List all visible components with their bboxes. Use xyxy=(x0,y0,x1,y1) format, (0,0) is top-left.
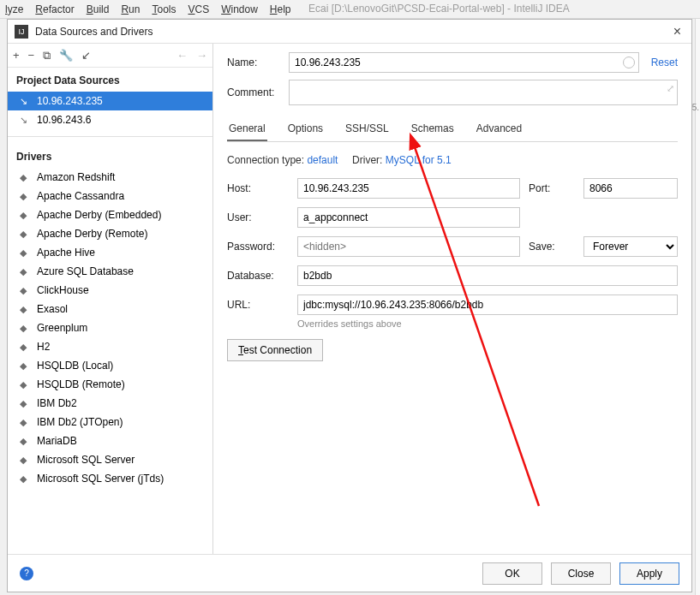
comment-input[interactable]: ⤢ xyxy=(289,80,678,105)
reset-link[interactable]: Reset xyxy=(651,57,678,68)
driver-label: Amazon Redshift xyxy=(37,171,115,183)
expand-icon[interactable]: ⤢ xyxy=(667,83,674,94)
datasource-label: 10.96.243.235 xyxy=(37,95,103,107)
driver-item[interactable]: ◆Apache Hive xyxy=(8,243,212,262)
color-circle-icon[interactable] xyxy=(623,57,635,68)
connection-line: Connection type: default Driver: MySQL f… xyxy=(227,154,678,166)
driver-item[interactable]: ◆Apache Derby (Remote) xyxy=(8,224,212,243)
close-icon[interactable]: × xyxy=(670,24,685,39)
gutter-number: 5. xyxy=(692,103,699,112)
name-label: Name: xyxy=(227,57,289,68)
driver-icon: ◆ xyxy=(16,379,30,390)
driver-label: Microsoft SQL Server (jTds) xyxy=(37,473,164,485)
apply-button[interactable]: Apply xyxy=(619,562,679,585)
save-label: Save: xyxy=(529,241,575,253)
menu-lyze[interactable]: lyze xyxy=(5,3,23,15)
driver-item[interactable]: ◆IBM Db2 (JTOpen) xyxy=(8,413,212,431)
remove-icon[interactable]: − xyxy=(28,49,35,62)
driver-label: Azure SQL Database xyxy=(37,265,134,277)
name-input[interactable] xyxy=(289,52,639,73)
driver-icon: ◆ xyxy=(16,323,30,334)
database-input[interactable] xyxy=(297,265,678,286)
driver-item[interactable]: ◆Microsoft SQL Server xyxy=(8,450,212,469)
driver-item[interactable]: ◆Azure SQL Database xyxy=(8,262,212,281)
datasource-item[interactable]: ↘10.96.243.6 xyxy=(8,110,212,129)
driver-item[interactable]: ◆ClickHouse xyxy=(8,281,212,300)
password-input[interactable] xyxy=(297,236,520,257)
driver-icon: ◆ xyxy=(16,191,30,202)
make-global-icon[interactable]: ↙ xyxy=(81,49,91,62)
ok-button[interactable]: OK xyxy=(482,562,542,585)
driver-item[interactable]: ◆HSQLDB (Local) xyxy=(8,356,212,375)
menu-help[interactable]: Help xyxy=(270,3,291,15)
tab-general[interactable]: General xyxy=(227,117,267,141)
driver-label: ClickHouse xyxy=(37,284,89,296)
datasource-icon: ↘ xyxy=(16,115,30,126)
tab-schemas[interactable]: Schemas xyxy=(410,117,456,141)
dialog-titlebar: IJ Data Sources and Drivers × xyxy=(8,20,691,44)
driver-icon: ◆ xyxy=(16,285,30,296)
copy-icon[interactable]: ⧉ xyxy=(43,49,51,62)
driver-icon: ◆ xyxy=(16,172,30,183)
driver-icon: ◆ xyxy=(16,210,30,221)
menu-window[interactable]: Window xyxy=(221,3,258,15)
dialog-footer: ? OK Close Apply xyxy=(8,554,691,592)
help-icon[interactable]: ? xyxy=(20,567,33,580)
driver-label: HSQLDB (Remote) xyxy=(37,378,125,390)
driver-label: MariaDB xyxy=(37,435,77,447)
test-connection-button[interactable]: Test Connection xyxy=(227,339,323,361)
driver-label: Apache Derby (Remote) xyxy=(37,228,147,240)
port-input[interactable] xyxy=(583,178,678,199)
left-pane: + − ⧉ 🔧 ↙ ← → Project Data Sources ↘10.9… xyxy=(8,44,213,554)
driver-item[interactable]: ◆H2 xyxy=(8,337,212,356)
forward-icon[interactable]: → xyxy=(196,49,207,62)
driver-item[interactable]: ◆Apache Cassandra xyxy=(8,187,212,205)
close-button[interactable]: Close xyxy=(551,562,611,585)
right-pane: Name: Reset Comment: ⤢ GeneralOptionsSSH… xyxy=(213,44,691,554)
left-toolbar: + − ⧉ 🔧 ↙ ← → xyxy=(8,44,212,68)
url-label: URL: xyxy=(227,299,289,311)
menu-run[interactable]: Run xyxy=(121,3,140,15)
driver-item[interactable]: ◆Apache Derby (Embedded) xyxy=(8,205,212,224)
driver-item[interactable]: ◆Exasol xyxy=(8,300,212,318)
driver-label: Apache Hive xyxy=(37,247,95,259)
url-hint: Overrides settings above xyxy=(297,318,520,329)
url-input[interactable] xyxy=(297,295,678,315)
add-icon[interactable]: + xyxy=(13,49,20,62)
back-icon[interactable]: ← xyxy=(176,49,188,62)
menu-tools[interactable]: Tools xyxy=(152,3,176,15)
driver-item[interactable]: ◆MariaDB xyxy=(8,431,212,450)
host-input[interactable] xyxy=(297,178,520,199)
sources-tree[interactable]: Project Data Sources ↘10.96.243.235↘10.9… xyxy=(8,68,212,554)
comment-label: Comment: xyxy=(227,86,289,98)
host-label: Host: xyxy=(227,182,289,194)
driver-link[interactable]: MySQL for 5.1 xyxy=(386,154,452,166)
section-drivers: Drivers xyxy=(8,144,212,168)
divider xyxy=(8,136,212,137)
driver-item[interactable]: ◆Greenplum xyxy=(8,318,212,337)
driver-item[interactable]: ◆Microsoft SQL Server (jTds) xyxy=(8,469,212,488)
driver-label: IBM Db2 (JTOpen) xyxy=(37,416,123,428)
driver-item[interactable]: ◆HSQLDB (Remote) xyxy=(8,375,212,394)
tab-advanced[interactable]: Advanced xyxy=(475,117,524,141)
tab-options[interactable]: Options xyxy=(286,117,325,141)
tab-sshssl[interactable]: SSH/SSL xyxy=(344,117,391,141)
port-label: Port: xyxy=(529,182,575,194)
driver-label: H2 xyxy=(37,341,50,353)
menu-build[interactable]: Build xyxy=(87,3,110,15)
menu-refactor[interactable]: Refactor xyxy=(35,3,74,15)
conn-type-link[interactable]: default xyxy=(307,154,338,166)
section-datasources: Project Data Sources xyxy=(8,68,212,92)
user-label: User: xyxy=(227,211,289,223)
menu-vcs[interactable]: VCS xyxy=(188,3,209,15)
driver-item[interactable]: ◆Amazon Redshift xyxy=(8,168,212,187)
save-select[interactable]: Forever xyxy=(583,236,678,257)
driver-label: Greenplum xyxy=(37,322,87,334)
driver-label: HSQLDB (Local) xyxy=(37,360,113,372)
wrench-icon[interactable]: 🔧 xyxy=(59,49,73,62)
datasources-dialog: IJ Data Sources and Drivers × + − ⧉ 🔧 ↙ … xyxy=(7,19,692,592)
driver-icon: ◆ xyxy=(16,304,30,315)
user-input[interactable] xyxy=(297,207,520,228)
driver-item[interactable]: ◆IBM Db2 xyxy=(8,394,212,413)
datasource-item[interactable]: ↘10.96.243.235 xyxy=(8,92,212,110)
